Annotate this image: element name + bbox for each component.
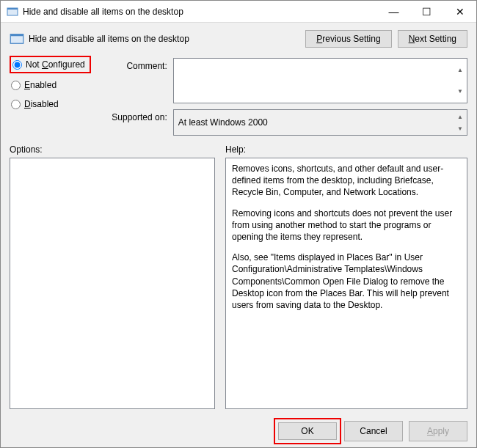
radio-not-configured-input[interactable] (12, 60, 22, 70)
radio-disabled-input[interactable] (11, 100, 21, 109)
titlebar: Hide and disable all items on the deskto… (1, 1, 476, 23)
supported-row: Supported on: At least Windows 2000 ▲▼ (101, 109, 467, 136)
minimize-button[interactable]: — (377, 1, 410, 22)
help-paragraph: Also, see "Items displayed in Places Bar… (232, 251, 461, 311)
options-label: Options: (10, 144, 215, 155)
window-controls: — ☐ ✕ (377, 1, 476, 22)
policy-icon (10, 32, 24, 46)
help-label: Help: (225, 144, 467, 155)
next-setting-button[interactable]: Next Setting (398, 30, 467, 48)
supported-label: Supported on: (101, 109, 167, 122)
radio-not-configured[interactable]: Not Configured (10, 56, 91, 73)
fields-column: Comment: ▲▼ Supported on: At least Windo… (101, 58, 467, 136)
state-radio-group: Not Configured Enabled Disabled (10, 58, 87, 136)
header-row: Hide and disable all items on the deskto… (10, 30, 467, 48)
config-row: Not Configured Enabled Disabled Comment:… (10, 58, 467, 136)
apply-button[interactable]: Apply (409, 421, 467, 441)
radio-label: Enabled (24, 80, 57, 90)
radio-label: Disabled (24, 99, 59, 109)
close-button[interactable]: ✕ (443, 1, 476, 22)
radio-enabled[interactable]: Enabled (11, 80, 87, 90)
comment-textarea[interactable]: ▲▼ (173, 58, 467, 103)
cancel-button[interactable]: Cancel (344, 421, 403, 441)
ok-highlight: OK (274, 418, 341, 444)
chevron-up-icon[interactable]: ▲ (454, 59, 466, 81)
help-column: Help: Removes icons, shortcuts, and othe… (225, 144, 467, 409)
options-box (10, 158, 215, 409)
radio-label: Not Configured (26, 59, 85, 70)
chevron-up-icon[interactable]: ▲ (454, 111, 466, 122)
policy-icon (7, 6, 18, 18)
window-title: Hide and disable all items on the deskto… (23, 7, 377, 17)
policy-name-label: Hide and disable all items on the deskto… (29, 34, 301, 44)
comment-label: Comment: (101, 58, 167, 71)
supported-value: At least Windows 2000 (178, 117, 268, 128)
lower-panels: Options: Help: Removes icons, shortcuts,… (10, 144, 467, 409)
dialog-footer: OK Cancel Apply (10, 421, 467, 441)
chevron-down-icon[interactable]: ▼ (454, 81, 466, 102)
svg-rect-3 (10, 34, 23, 37)
dialog-window: Hide and disable all items on the deskto… (0, 0, 477, 448)
previous-setting-button[interactable]: Previous Setting (305, 30, 391, 48)
maximize-button[interactable]: ☐ (410, 1, 443, 22)
nav-buttons: Previous Setting Next Setting (305, 30, 467, 48)
options-column: Options: (10, 144, 215, 409)
radio-enabled-input[interactable] (11, 81, 21, 90)
supported-scrollbar[interactable]: ▲▼ (454, 111, 466, 134)
svg-rect-1 (7, 8, 18, 10)
comment-row: Comment: ▲▼ (101, 58, 467, 103)
dialog-content: Hide and disable all items on the deskto… (1, 23, 476, 447)
help-paragraph: Removes icons, shortcuts, and other defa… (232, 163, 461, 199)
help-box[interactable]: Removes icons, shortcuts, and other defa… (225, 158, 467, 409)
chevron-down-icon[interactable]: ▼ (454, 122, 466, 134)
comment-scrollbar[interactable]: ▲▼ (454, 59, 466, 102)
ok-button[interactable]: OK (278, 422, 337, 440)
help-paragraph: Removing icons and shortcuts does not pr… (232, 208, 461, 243)
radio-disabled[interactable]: Disabled (11, 99, 87, 109)
supported-textbox: At least Windows 2000 ▲▼ (173, 109, 467, 136)
